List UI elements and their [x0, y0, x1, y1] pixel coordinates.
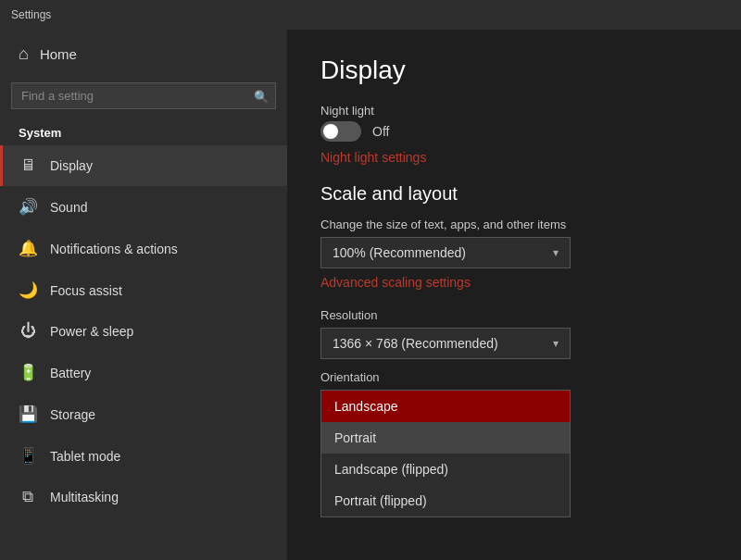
focus-assist-label: Focus assist [50, 283, 122, 298]
power-sleep-icon: ⏻ [19, 322, 37, 341]
night-light-settings-link[interactable]: Night light settings [320, 150, 426, 165]
focus-assist-icon: 🌙 [19, 280, 37, 300]
power-sleep-label: Power & sleep [50, 324, 133, 339]
tablet-mode-label: Tablet mode [50, 449, 120, 464]
notifications-actions-label: Notifications & actions [50, 242, 178, 256]
orientation-option[interactable]: Portrait [321, 422, 570, 454]
search-icon: 🔍 [254, 89, 269, 103]
orientation-dropdown-open: LandscapePortraitLandscape (flipped)Port… [320, 390, 571, 517]
resolution-dropdown-value: 1366 × 768 (Recommended) [333, 336, 498, 351]
sidebar-item-storage[interactable]: 💾 Storage [0, 393, 287, 435]
display-label: Display [50, 158, 93, 173]
storage-icon: 💾 [19, 404, 37, 424]
sidebar-item-sound[interactable]: 🔊 Sound [0, 186, 287, 228]
home-icon: ⌂ [19, 44, 29, 64]
right-panel: Display Night light Off Night light sett… [287, 30, 741, 560]
sidebar-section-label: System [0, 117, 287, 145]
orientation-label: Orientation [320, 370, 708, 384]
multitasking-label: Multitasking [50, 490, 119, 504]
sidebar-home-label: Home [40, 46, 77, 62]
sound-label: Sound [50, 200, 87, 215]
tablet-mode-icon: 📱 [19, 446, 37, 466]
sidebar-search-container: 🔍 [11, 82, 276, 109]
sidebar-item-power-sleep[interactable]: ⏻ Power & sleep [0, 311, 287, 352]
sidebar-item-tablet-mode[interactable]: 📱 Tablet mode [0, 435, 287, 477]
sidebar-items: 🖥 Display 🔊 Sound 🔔 Notifications & acti… [0, 145, 287, 517]
multitasking-icon: ⧉ [19, 488, 37, 506]
sidebar-item-notifications-actions[interactable]: 🔔 Notifications & actions [0, 228, 287, 269]
night-light-toggle-label: Off [372, 124, 389, 139]
night-light-toggle[interactable] [320, 121, 361, 142]
sidebar-home[interactable]: ⌂ Home [0, 30, 287, 79]
notifications-actions-icon: 🔔 [19, 239, 37, 258]
night-light-toggle-row: Off [320, 121, 708, 142]
sidebar-item-focus-assist[interactable]: 🌙 Focus assist [0, 269, 287, 311]
orientation-option[interactable]: Landscape (flipped) [321, 454, 570, 485]
scale-change-label: Change the size of text, apps, and other… [320, 218, 708, 231]
scale-dropdown-arrow: ▾ [553, 246, 559, 259]
page-title: Display [320, 56, 708, 85]
title-bar-label: Settings [11, 8, 51, 21]
scale-dropdown[interactable]: 100% (Recommended) ▾ [320, 237, 571, 268]
sidebar-item-battery[interactable]: 🔋 Battery [0, 352, 287, 393]
night-light-label: Night light [320, 104, 708, 118]
sidebar: ⌂ Home 🔍 System 🖥 Display 🔊 Sound 🔔 Noti… [0, 30, 287, 560]
scale-layout-title: Scale and layout [320, 183, 708, 205]
sidebar-item-display[interactable]: 🖥 Display [0, 145, 287, 186]
sound-icon: 🔊 [19, 197, 37, 217]
resolution-dropdown-arrow: ▾ [553, 337, 559, 350]
toggle-thumb [323, 124, 338, 139]
search-input[interactable] [11, 82, 276, 109]
resolution-dropdown[interactable]: 1366 × 768 (Recommended) ▾ [320, 328, 571, 359]
sidebar-item-multitasking[interactable]: ⧉ Multitasking [0, 477, 287, 517]
storage-label: Storage [50, 407, 95, 422]
display-icon: 🖥 [19, 156, 37, 175]
battery-icon: 🔋 [19, 363, 37, 382]
battery-label: Battery [50, 366, 91, 380]
orientation-option[interactable]: Portrait (flipped) [321, 485, 570, 516]
title-bar: Settings [0, 0, 741, 30]
orientation-option[interactable]: Landscape [321, 391, 570, 422]
main-content: ⌂ Home 🔍 System 🖥 Display 🔊 Sound 🔔 Noti… [0, 30, 741, 560]
resolution-label: Resolution [320, 308, 708, 322]
scale-dropdown-value: 100% (Recommended) [333, 245, 466, 260]
advanced-scaling-link[interactable]: Advanced scaling settings [320, 275, 471, 290]
